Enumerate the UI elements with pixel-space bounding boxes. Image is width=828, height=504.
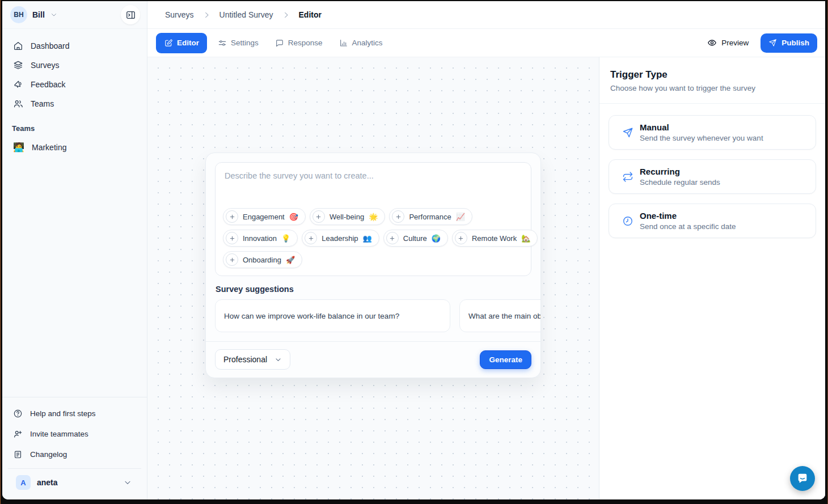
- option-text: Manual Send the survey whenever you want: [640, 122, 763, 142]
- suggestion-card[interactable]: How can we improve work-life balance in …: [215, 299, 450, 332]
- topic-chip-leadership[interactable]: Leadership 👥: [302, 230, 379, 247]
- topic-chip-culture[interactable]: Culture 🌍: [383, 230, 448, 247]
- plus-icon: [305, 232, 317, 244]
- publish-label: Publish: [781, 39, 809, 47]
- sidebar-item-label: Dashboard: [31, 41, 70, 50]
- prompt-input[interactable]: [216, 163, 531, 207]
- option-description: Send once at a specific date: [640, 222, 736, 231]
- megaphone-icon: [13, 79, 23, 90]
- option-title: Recurring: [640, 167, 720, 176]
- sidebar-item-label: Help and first steps: [30, 409, 96, 418]
- option-text: Recurring Schedule regular sends: [640, 167, 720, 187]
- topic-chip-onboarding[interactable]: Onboarding 🚀: [223, 251, 302, 268]
- suggestions-row: How can we improve work-life balance in …: [215, 299, 541, 332]
- workspace-avatar: BH: [10, 6, 27, 23]
- layers-icon: [13, 60, 23, 70]
- topic-label: Culture: [403, 234, 427, 243]
- sidebar: BH Bill Dashboard Surveys Feedback: [2, 1, 147, 499]
- plus-icon: [386, 232, 399, 244]
- sidebar-item-label: Invite teammates: [30, 430, 88, 438]
- workspace-name[interactable]: Bill: [32, 10, 45, 19]
- publish-button[interactable]: Publish: [761, 33, 817, 53]
- sidebar-item-label: Surveys: [31, 61, 60, 70]
- sidebar-item-feedback[interactable]: Feedback: [8, 75, 141, 94]
- topic-emoji: 🌍: [432, 234, 441, 243]
- team-item-marketing[interactable]: 🧑‍💻 Marketing: [8, 137, 141, 158]
- topic-chip-well-being[interactable]: Well-being 🌟: [310, 208, 385, 225]
- topic-chip-engagement[interactable]: Engagement 🎯: [223, 208, 306, 225]
- topic-emoji: 💡: [281, 234, 290, 243]
- topic-chip-performance[interactable]: Performance 📈: [389, 208, 472, 225]
- user-menu[interactable]: A aneta: [8, 468, 141, 497]
- send-icon: [768, 39, 777, 47]
- panel-header: Trigger Type Choose how you want to trig…: [599, 57, 825, 104]
- topic-emoji: 🏡: [521, 234, 530, 243]
- topic-emoji: 👥: [363, 234, 372, 243]
- sidebar-item-help[interactable]: Help and first steps: [8, 403, 141, 423]
- breadcrumb-surveys[interactable]: Surveys: [165, 10, 194, 19]
- trigger-option-manual[interactable]: Manual Send the survey whenever you want: [609, 115, 816, 150]
- sidebar-item-label: Teams: [31, 99, 54, 108]
- chat-launcher-button[interactable]: [790, 466, 815, 491]
- chevron-right-icon: [202, 11, 211, 19]
- tab-response[interactable]: Response: [269, 33, 328, 53]
- sidebar-item-changelog[interactable]: Changelog: [8, 444, 141, 464]
- topic-label: Remote Work: [472, 234, 517, 243]
- teams-section-label: Teams: [2, 115, 147, 135]
- changelog-icon: [13, 450, 23, 459]
- panel-title: Trigger Type: [610, 69, 812, 81]
- preview-button[interactable]: Preview: [707, 38, 749, 48]
- sidebar-item-surveys[interactable]: Surveys: [8, 56, 141, 75]
- topic-label: Leadership: [322, 234, 358, 243]
- topic-chip-innovation[interactable]: Innovation 💡: [223, 230, 298, 247]
- topic-label: Performance: [409, 213, 451, 221]
- breadcrumb-untitled-survey[interactable]: Untitled Survey: [219, 10, 273, 19]
- repeat-icon: [622, 171, 633, 183]
- eye-icon: [707, 38, 717, 48]
- preview-label: Preview: [721, 39, 749, 47]
- tab-analytics[interactable]: Analytics: [333, 33, 388, 53]
- tab-label: Editor: [177, 39, 199, 47]
- trigger-option-recurring[interactable]: Recurring Schedule regular sends: [609, 159, 816, 194]
- sidebar-toggle-button[interactable]: [121, 5, 140, 24]
- trigger-option-one-time[interactable]: One-time Send once at a specific date: [609, 204, 816, 238]
- bar-chart-icon: [339, 39, 348, 48]
- edit-icon: [164, 39, 173, 48]
- topic-emoji: 🚀: [286, 256, 295, 264]
- tab-label: Settings: [231, 39, 259, 47]
- option-text: One-time Send once at a specific date: [640, 211, 736, 231]
- sidebar-item-dashboard[interactable]: Dashboard: [8, 36, 141, 56]
- topic-label: Innovation: [243, 234, 277, 243]
- tab-editor[interactable]: Editor: [156, 33, 207, 53]
- tone-select[interactable]: Professional: [215, 349, 290, 370]
- trigger-options: Manual Send the survey whenever you want…: [599, 104, 825, 249]
- sidebar-item-invite[interactable]: Invite teammates: [8, 423, 141, 444]
- toolbar: Editor Settings Response Analytics Previ…: [147, 29, 825, 57]
- editor-canvas[interactable]: Engagement 🎯 Well-being 🌟: [147, 57, 599, 499]
- suggestion-card[interactable]: What are the main ob: [459, 299, 541, 332]
- team-emoji: 🧑‍💻: [13, 143, 24, 152]
- breadcrumb: Surveys Untitled Survey Editor: [147, 1, 825, 29]
- tab-settings[interactable]: Settings: [212, 33, 264, 53]
- sidebar-nav: Dashboard Surveys Feedback Teams: [2, 29, 147, 115]
- sidebar-header: BH Bill: [2, 1, 147, 29]
- teams-list: 🧑‍💻 Marketing: [2, 135, 147, 159]
- user-name: aneta: [37, 478, 58, 487]
- clock-icon: [622, 215, 633, 227]
- plus-icon: [226, 232, 238, 244]
- topic-emoji: 📈: [456, 213, 465, 221]
- topic-chip-remote-work[interactable]: Remote Work 🏡: [452, 230, 538, 247]
- option-description: Send the survey whenever you want: [640, 134, 763, 142]
- generate-button[interactable]: Generate: [480, 350, 531, 369]
- chevron-right-icon: [282, 11, 290, 19]
- option-title: One-time: [640, 211, 736, 221]
- sidebar-item-label: Changelog: [30, 450, 67, 459]
- prompt-box: Engagement 🎯 Well-being 🌟: [215, 162, 531, 276]
- user-avatar: A: [16, 475, 31, 490]
- users-icon: [13, 99, 23, 109]
- chevron-down-icon: [123, 478, 132, 487]
- topic-chips: Engagement 🎯 Well-being 🌟: [223, 208, 523, 268]
- sidebar-item-teams[interactable]: Teams: [8, 94, 141, 113]
- user-plus-icon: [13, 429, 23, 439]
- topic-emoji: 🎯: [289, 213, 298, 221]
